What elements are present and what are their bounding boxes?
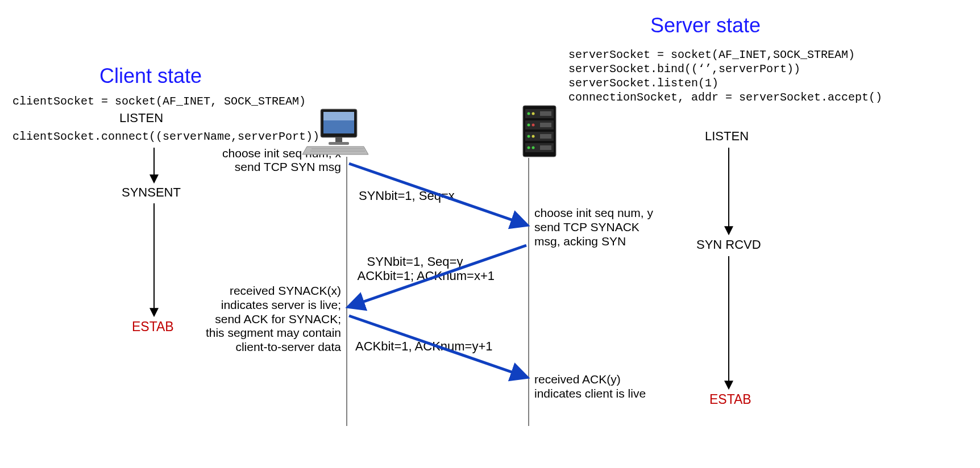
svg-point-16 <box>528 135 530 138</box>
client-code-2: clientSocket.connect((serverName,serverP… <box>13 130 319 143</box>
client-note-2-l5: client-to-server data <box>119 340 341 354</box>
svg-point-15 <box>532 124 535 127</box>
server-title: Server state <box>650 14 761 37</box>
server-note-2-l1: received ACK(y) <box>534 373 705 387</box>
client-note-1-l2: send TCP SYN msg <box>119 160 341 174</box>
client-note-1-l1: choose init seq num, x <box>119 147 341 160</box>
client-code-1: clientSocket = socket(AF_INET, SOCK_STRE… <box>13 95 306 108</box>
svg-rect-22 <box>540 134 551 139</box>
server-note-1: choose init seq num, y send TCP SYNACK m… <box>534 206 705 248</box>
client-note-1: choose init seq num, x send TCP SYN msg <box>119 147 341 174</box>
svg-point-18 <box>528 147 530 149</box>
msg-synack-l1: SYNbit=1, Seq=y <box>335 254 495 269</box>
server-code-3: serverSocket.listen(1) <box>568 77 719 90</box>
svg-rect-0 <box>321 109 357 137</box>
svg-rect-11 <box>525 143 554 152</box>
client-note-2-l3: send ACK for SYNACK; <box>119 312 341 327</box>
server-note-2: received ACK(y) indicates client is live <box>534 373 705 401</box>
client-title: Client state <box>99 64 202 88</box>
server-note-2-l2: indicates client is live <box>534 387 705 401</box>
svg-rect-21 <box>540 123 551 127</box>
msg-syn: SYNbit=1, Seq=x <box>359 189 455 203</box>
svg-rect-1 <box>323 112 354 133</box>
svg-rect-10 <box>525 132 554 141</box>
svg-point-19 <box>532 147 535 149</box>
svg-point-17 <box>532 135 535 138</box>
svg-point-13 <box>532 112 535 115</box>
server-note-1-l2: send TCP SYNACK <box>534 220 705 235</box>
svg-rect-23 <box>540 145 551 150</box>
server-code-4: connectionSocket, addr = serverSocket.ac… <box>568 91 882 104</box>
msg-synack: SYNbit=1, Seq=y ACKbit=1; ACKnum=x+1 <box>335 254 495 283</box>
svg-rect-9 <box>525 120 554 129</box>
svg-rect-4 <box>329 142 349 145</box>
svg-point-14 <box>528 124 530 127</box>
client-note-2: received SYNACK(x) indicates server is l… <box>119 284 341 354</box>
server-code-1: serverSocket = socket(AF_INET,SOCK_STREA… <box>568 48 855 61</box>
client-note-2-l4: this segment may contain <box>119 326 341 340</box>
server-note-1-l1: choose init seq num, y <box>534 206 705 220</box>
client-note-2-l1: received SYNACK(x) <box>119 284 341 298</box>
server-icon <box>523 106 556 157</box>
client-state-synsent: SYNSENT <box>122 185 181 200</box>
server-state-estab: ESTAB <box>709 392 751 407</box>
msg-synack-l2: ACKbit=1; ACKnum=x+1 <box>335 269 495 283</box>
svg-point-12 <box>528 112 530 115</box>
svg-rect-7 <box>523 106 556 157</box>
svg-rect-2 <box>323 112 354 120</box>
server-state-listen: LISTEN <box>705 129 749 144</box>
svg-rect-8 <box>525 109 554 118</box>
server-code-2: serverSocket.bind((‘’,serverPort)) <box>568 62 800 76</box>
svg-rect-3 <box>335 137 342 142</box>
server-state-synrcvd: SYN RCVD <box>696 237 761 252</box>
client-note-2-l2: indicates server is live; <box>119 298 341 312</box>
client-state-listen: LISTEN <box>119 111 163 126</box>
server-note-1-l3: msg, acking SYN <box>534 235 705 249</box>
svg-rect-20 <box>540 111 551 116</box>
msg-ack: ACKbit=1, ACKnum=y+1 <box>355 339 493 354</box>
